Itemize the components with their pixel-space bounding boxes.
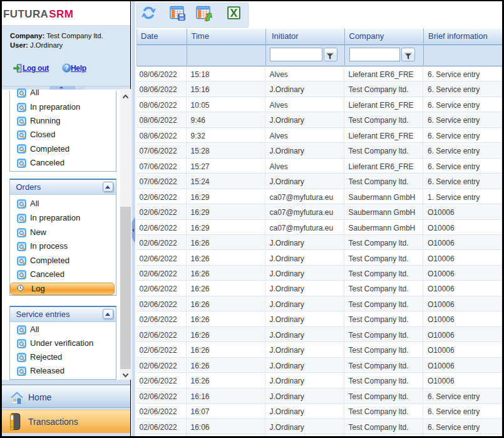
svg-text:?: ?: [64, 65, 68, 71]
